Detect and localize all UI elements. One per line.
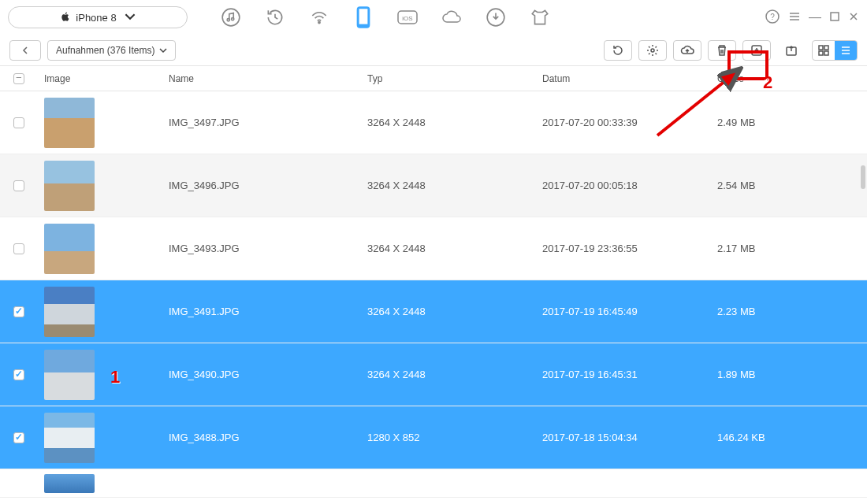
table-row[interactable]: IMG_3496.JPG3264 X 24482017-07-20 00:05:…	[0, 154, 867, 217]
cell-name: IMG_3490.JPG	[169, 369, 367, 380]
table-row[interactable]: IMG_3493.JPG3264 X 24482017-07-19 23:36:…	[0, 217, 867, 280]
top-bar: iPhone 8 iOS ? —	[0, 0, 867, 35]
cell-typ: 3264 X 2448	[367, 243, 542, 254]
svg-point-2	[232, 18, 234, 20]
table-header: Image Name Typ Datum Größe	[0, 66, 867, 91]
cell-size: 2.17 MB	[717, 243, 851, 254]
view-toggle	[812, 40, 858, 61]
close-icon[interactable]	[848, 11, 859, 24]
grid-view-button[interactable]	[813, 41, 835, 60]
tshirt-icon[interactable]	[528, 6, 552, 29]
svg-rect-15	[819, 46, 823, 50]
scrollbar[interactable]	[861, 94, 865, 488]
table-row[interactable]: IMG_3488.JPG1280 X 8522017-07-18 15:04:3…	[0, 406, 867, 469]
cell-date: 2017-07-19 16:45:31	[542, 369, 717, 380]
thumbnail	[44, 98, 95, 148]
cell-name: IMG_3491.JPG	[169, 306, 367, 317]
select-all-checkbox[interactable]	[13, 73, 24, 84]
col-datum[interactable]: Datum	[542, 73, 717, 84]
back-button[interactable]	[9, 40, 41, 61]
send-to-device-button[interactable]	[742, 40, 771, 61]
svg-point-1	[227, 19, 229, 21]
minimize-icon[interactable]: —	[809, 11, 821, 24]
cell-size: 2.49 MB	[717, 117, 851, 128]
thumbnail	[44, 413, 95, 463]
music-icon[interactable]	[219, 6, 243, 29]
settings-button[interactable]	[638, 40, 667, 61]
breadcrumb-label: Aufnahmen (376 Items)	[56, 45, 154, 56]
cell-typ: 3264 X 2448	[367, 369, 542, 380]
svg-point-0	[222, 9, 240, 26]
cell-date: 2017-07-18 15:04:34	[542, 432, 717, 443]
col-typ[interactable]: Typ	[367, 73, 542, 84]
cell-size: 2.54 MB	[717, 180, 851, 191]
cell-date: 2017-07-19 23:36:55	[542, 243, 717, 254]
breadcrumb[interactable]: Aufnahmen (376 Items)	[47, 40, 176, 61]
export-button[interactable]	[777, 40, 806, 61]
download-icon[interactable]	[484, 6, 508, 29]
cell-typ: 1280 X 852	[367, 432, 542, 443]
row-checkbox[interactable]	[13, 180, 24, 191]
cell-size: 2.23 MB	[717, 306, 851, 317]
phone-icon[interactable]	[352, 6, 375, 29]
chevron-down-icon	[125, 11, 136, 24]
cell-date: 2017-07-19 16:45:49	[542, 306, 717, 317]
svg-rect-11	[831, 13, 839, 20]
cloud-upload-button[interactable]	[673, 40, 701, 61]
history-icon[interactable]	[263, 6, 287, 29]
nav-icons: iOS	[219, 6, 760, 29]
cell-date: 2017-07-20 00:05:18	[542, 180, 717, 191]
refresh-button[interactable]	[604, 40, 632, 61]
cloud-icon[interactable]	[440, 6, 463, 29]
thumbnail	[44, 287, 95, 337]
svg-point-3	[318, 21, 320, 23]
help-icon[interactable]: ?	[765, 9, 780, 27]
list-view-button[interactable]	[835, 41, 857, 60]
table-body: IMG_3497.JPG3264 X 24482017-07-20 00:33:…	[0, 91, 867, 504]
row-checkbox[interactable]	[13, 369, 24, 380]
svg-text:?: ?	[770, 13, 775, 21]
row-checkbox[interactable]	[13, 432, 24, 443]
svg-rect-16	[824, 46, 828, 50]
cell-typ: 3264 X 2448	[367, 117, 542, 128]
row-checkbox[interactable]	[13, 117, 24, 128]
cell-size: 146.24 KB	[717, 432, 851, 443]
table-row[interactable]: IMG_3491.JPG3264 X 24482017-07-19 16:45:…	[0, 280, 867, 343]
table-row[interactable]: IMG_3497.JPG3264 X 24482017-07-20 00:33:…	[0, 91, 867, 154]
cell-name: IMG_3497.JPG	[169, 117, 367, 128]
thumbnail	[44, 161, 95, 211]
svg-rect-5	[359, 9, 368, 24]
cell-size: 1.89 MB	[717, 369, 851, 380]
svg-text:iOS: iOS	[402, 15, 412, 22]
window-controls: ? —	[765, 9, 859, 27]
col-image[interactable]: Image	[38, 73, 169, 84]
wifi-icon[interactable]	[307, 6, 331, 29]
tool-row: Aufnahmen (376 Items)	[0, 35, 867, 66]
col-name[interactable]: Name	[169, 73, 367, 84]
svg-rect-17	[819, 51, 823, 55]
ios-icon[interactable]: iOS	[396, 6, 419, 29]
cell-name: IMG_3496.JPG	[169, 180, 367, 191]
cell-typ: 3264 X 2448	[367, 306, 542, 317]
cell-date: 2017-07-20 00:33:39	[542, 117, 717, 128]
svg-point-12	[651, 49, 654, 52]
table-row[interactable]: IMG_3490.JPG3264 X 24482017-07-19 16:45:…	[0, 343, 867, 406]
menu-icon[interactable]	[788, 10, 801, 25]
thumbnail	[44, 474, 95, 493]
cell-name: IMG_3488.JPG	[169, 432, 367, 443]
maximize-icon[interactable]	[829, 11, 840, 24]
device-name: iPhone 8	[76, 12, 116, 24]
device-selector[interactable]: iPhone 8	[8, 6, 188, 28]
cell-name: IMG_3493.JPG	[169, 243, 367, 254]
apple-icon	[60, 11, 71, 24]
table-row[interactable]	[0, 469, 867, 498]
thumbnail	[44, 350, 95, 400]
thumbnail	[44, 224, 95, 274]
row-checkbox[interactable]	[13, 306, 24, 317]
row-checkbox[interactable]	[13, 243, 24, 254]
col-size[interactable]: Größe	[717, 73, 851, 84]
svg-rect-18	[824, 51, 828, 55]
cell-typ: 3264 X 2448	[367, 180, 542, 191]
delete-button[interactable]	[708, 40, 736, 61]
